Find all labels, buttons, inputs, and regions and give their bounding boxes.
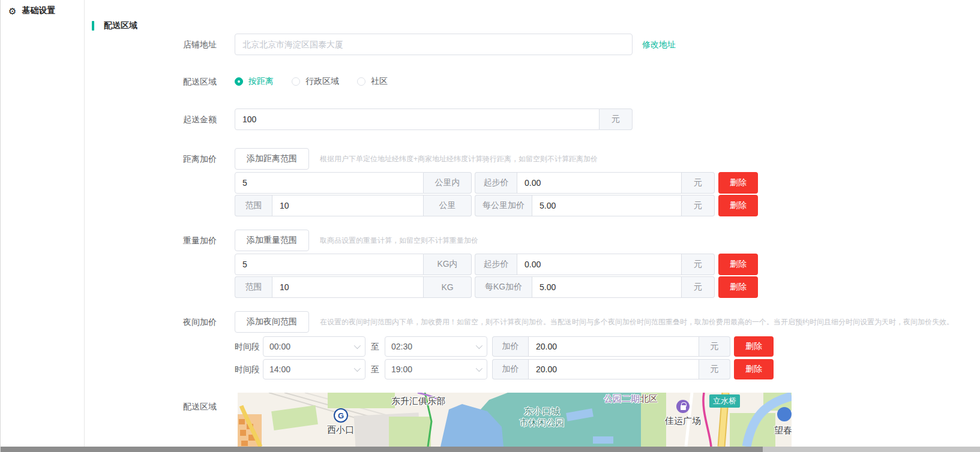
min-amount-label: 起送金额 xyxy=(67,109,217,130)
change-address-link[interactable]: 修改地址 xyxy=(642,34,676,55)
weight-add-row: 添加重量范围 取商品设置的重量计算，如留空则不计算重量加价 xyxy=(235,230,478,251)
distance-range-input[interactable] xyxy=(235,172,424,194)
delivery-map-label: 配送区域 xyxy=(67,396,217,417)
section-accent-bar xyxy=(92,21,94,31)
to-word: 至 xyxy=(371,359,379,379)
map-label-mall: 佳运广场 xyxy=(665,415,701,427)
map-badge-lishuiqiao: 立水桥 xyxy=(709,394,740,408)
radio-unselected-icon xyxy=(357,77,365,86)
settings-page: ⚙ 基础设置 配送区域 店铺地址 修改地址 配送区域 按距离 行政区域 社区 起… xyxy=(0,0,980,452)
weight-rule-row-2: 范围 KG 每KG加价 元 删除 xyxy=(235,276,758,298)
distance-hint: 根据用户下单定位地址经纬度+商家地址经纬度计算骑行距离，如留空则不计算距离加价 xyxy=(320,148,598,170)
price-unit-suffix: 元 xyxy=(682,195,715,216)
delete-button[interactable]: 删除 xyxy=(734,359,774,379)
per-km-price-prefix: 每公里加价 xyxy=(475,195,532,216)
time-from-select[interactable]: 00:00 xyxy=(263,336,365,357)
distance-unit-suffix: 公里内 xyxy=(424,172,472,194)
section-title: 配送区域 xyxy=(104,20,137,31)
weight-range-input[interactable] xyxy=(235,254,424,275)
section-header: 配送区域 xyxy=(92,20,137,31)
chevron-down-icon xyxy=(476,342,482,349)
range-prefix: 范围 xyxy=(235,276,272,298)
per-km-price-input[interactable] xyxy=(532,195,682,216)
distance-unit-suffix: 公里 xyxy=(424,195,472,216)
scrollbar-thumb[interactable] xyxy=(1,447,763,452)
time-range-label: 时间段 xyxy=(235,359,260,379)
chevron-down-icon xyxy=(354,365,361,372)
time-range-label: 时间段 xyxy=(235,336,260,357)
distance-range-input[interactable] xyxy=(272,195,424,216)
delete-button[interactable]: 删除 xyxy=(718,254,758,275)
distance-add-row: 添加距离范围 根据用户下单定位地址经纬度+商家地址经纬度计算骑行距离，如留空则不… xyxy=(235,148,598,170)
radio-community[interactable]: 社区 xyxy=(357,71,388,92)
delete-button[interactable]: 删除 xyxy=(718,195,758,216)
distance-rule-row-1: 公里内 起步价 元 删除 xyxy=(235,172,758,194)
weight-range-input[interactable] xyxy=(272,276,424,298)
min-amount-row: 元 xyxy=(235,109,633,130)
price-unit-suffix: 元 xyxy=(682,172,715,194)
add-night-range-button[interactable]: 添加夜间范围 xyxy=(235,311,309,333)
subway-station-icon[interactable]: G xyxy=(334,408,348,423)
night-rule-row-1: 时间段 00:00 至 02:30 加价 元 删除 xyxy=(235,336,774,357)
weight-unit-suffix: KG内 xyxy=(424,254,472,275)
gear-icon: ⚙ xyxy=(8,7,16,16)
weight-unit-suffix: KG xyxy=(424,276,472,298)
night-pricing-label: 夜间加价 xyxy=(67,311,217,333)
store-address-label: 店铺地址 xyxy=(67,34,217,55)
per-kg-price-input[interactable] xyxy=(532,276,682,298)
time-to-select[interactable]: 02:30 xyxy=(385,336,487,357)
base-price-input[interactable] xyxy=(517,172,682,194)
range-prefix: 范围 xyxy=(235,195,272,216)
radio-unselected-icon xyxy=(292,77,300,86)
map-label-park-north: 公园二期北区 xyxy=(604,393,658,405)
add-weight-range-button[interactable]: 添加重量范围 xyxy=(235,230,309,251)
markup-prefix: 加价 xyxy=(492,336,528,357)
radio-by-distance[interactable]: 按距离 xyxy=(235,71,274,92)
night-markup-input[interactable] xyxy=(528,359,699,379)
base-price-prefix: 起步价 xyxy=(475,172,517,194)
time-from-select[interactable]: 14:00 xyxy=(263,359,365,379)
delete-button[interactable]: 删除 xyxy=(718,172,758,194)
night-rule-row-2: 时间段 14:00 至 19:00 加价 元 删除 xyxy=(235,359,774,379)
night-add-row: 添加夜间范围 在设置的夜间时间范围内下单，加收费用！如留空，则不计算夜间加价。当… xyxy=(235,311,954,333)
distance-rule-row-2: 范围 公里 每公里加价 元 删除 xyxy=(235,195,758,216)
map-label-xixiaokou: 西小口 xyxy=(327,424,354,436)
night-markup-input[interactable] xyxy=(528,336,699,357)
map-label-park: 东小口城 市休闲公园 xyxy=(509,405,575,428)
price-unit-suffix: 元 xyxy=(699,336,730,357)
delete-button[interactable]: 删除 xyxy=(734,336,774,357)
price-unit-suffix: 元 xyxy=(682,276,715,298)
sidebar: ⚙ 基础设置 xyxy=(1,0,85,447)
time-to-select[interactable]: 19:00 xyxy=(385,359,487,379)
markup-prefix: 加价 xyxy=(492,359,528,379)
map-label-club: 东升汇俱乐部 xyxy=(391,396,445,407)
area-mode-radio-group: 按距离 行政区域 社区 xyxy=(235,71,406,92)
area-mode-label: 配送区域 xyxy=(67,71,217,92)
base-price-input[interactable] xyxy=(517,254,682,275)
per-kg-price-prefix: 每KG加价 xyxy=(475,276,532,298)
min-amount-unit-suffix: 元 xyxy=(600,109,633,130)
store-address-input[interactable] xyxy=(235,34,633,55)
distance-pricing-label: 距离加价 xyxy=(67,148,217,170)
weight-hint: 取商品设置的重量计算，如留空则不计算重量加价 xyxy=(320,230,478,251)
price-unit-suffix: 元 xyxy=(682,254,715,275)
weight-pricing-label: 重量加价 xyxy=(67,230,217,251)
radio-admin-region[interactable]: 行政区域 xyxy=(292,71,339,92)
to-word: 至 xyxy=(371,336,379,357)
sidebar-item-basic-settings[interactable]: ⚙ 基础设置 xyxy=(1,0,84,22)
weight-rule-row-1: KG内 起步价 元 删除 xyxy=(235,254,758,275)
mall-icon[interactable] xyxy=(676,400,690,413)
delivery-area-map[interactable]: G 西小口 东升汇俱乐部 东小口城 市休闲公园 公园二期北区 立水桥 佳运广场 … xyxy=(238,393,792,447)
delete-button[interactable]: 删除 xyxy=(718,276,758,298)
min-amount-input[interactable] xyxy=(235,109,600,130)
radio-selected-icon xyxy=(235,77,243,86)
base-price-prefix: 起步价 xyxy=(475,254,517,275)
poi-icon[interactable] xyxy=(777,407,792,421)
price-unit-suffix: 元 xyxy=(699,359,730,379)
horizontal-scrollbar[interactable] xyxy=(1,447,980,452)
store-address-row: 修改地址 xyxy=(235,34,676,55)
add-distance-range-button[interactable]: 添加距离范围 xyxy=(235,148,309,170)
chevron-down-icon xyxy=(476,365,482,372)
map-label-wangchun: 望春 xyxy=(774,425,792,436)
sidebar-item-label: 基础设置 xyxy=(22,5,55,16)
